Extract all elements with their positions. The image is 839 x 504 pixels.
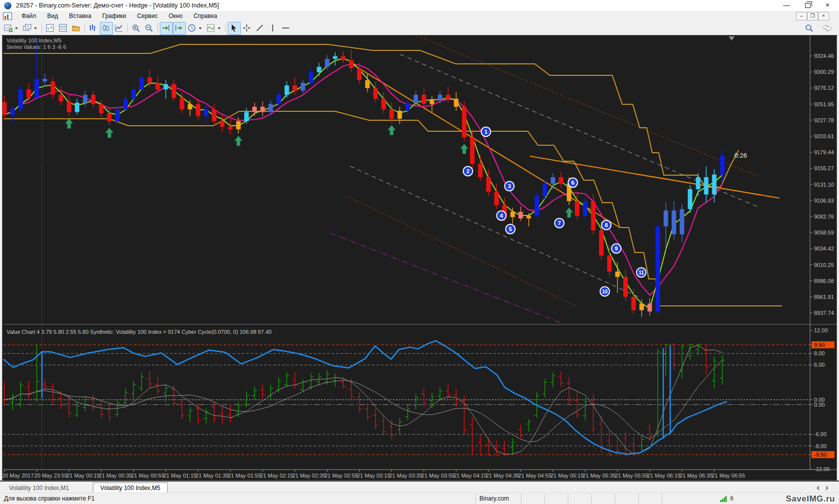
- toolbar-separator: [41, 23, 42, 32]
- candle: [91, 95, 95, 104]
- menu-item-вставка[interactable]: Вставка: [63, 11, 97, 20]
- timeframes-icon: [187, 23, 196, 32]
- candle: [333, 56, 338, 59]
- title-bar: 29257 - Binary.com-Server: Демо-счет - H…: [0, 0, 839, 11]
- price-tick-label: 9106.93: [814, 198, 834, 204]
- menu-item-графики[interactable]: Графики: [97, 11, 132, 20]
- cursor-button[interactable]: [228, 22, 241, 35]
- indicator-tick-label: 0.00: [814, 402, 825, 408]
- price-tick-label: 8961.91: [814, 294, 834, 300]
- tab-scroll-right[interactable]: [826, 486, 831, 491]
- new-chart-dropdown[interactable]: [14, 22, 19, 34]
- indicator-overlay: Value Chart 4 3.79 5.80 2.55 5.80 Synthe…: [6, 329, 272, 335]
- toolbar-separator: [225, 23, 226, 32]
- status-help-text: Для вызова справки нажмите F1: [4, 495, 94, 502]
- new-chart-button[interactable]: [2, 22, 15, 35]
- menu-item-сервис[interactable]: Сервис: [132, 11, 163, 20]
- time-tick-label: 21 May 00:15: [66, 473, 100, 479]
- bar-chart-icon: [88, 23, 97, 32]
- price-tick-label: 9203.61: [814, 133, 834, 139]
- candle: [421, 95, 426, 104]
- indicator-tick-label: -12.00: [814, 466, 830, 472]
- time-tick-label: 21 May 03:15: [357, 473, 391, 479]
- candle: [204, 109, 208, 116]
- data-window-icon: [58, 23, 67, 32]
- window-restore-button[interactable]: [799, 0, 816, 11]
- window-minimize-button[interactable]: —: [778, 0, 795, 11]
- candle-countdown: 0:26: [734, 152, 747, 159]
- chart-shift-button[interactable]: [173, 22, 186, 35]
- vertical-line-button[interactable]: [267, 22, 280, 35]
- indicators-button[interactable]: [205, 22, 218, 35]
- indicator-tick-label: -6.00: [814, 431, 827, 437]
- tab-scroll-left[interactable]: [814, 486, 819, 491]
- price-tick-label: 9276.12: [814, 85, 834, 91]
- price-tick-label: 9300.29: [814, 69, 834, 75]
- candle: [534, 196, 539, 216]
- time-tick-label: 21 May 03:55: [421, 473, 455, 479]
- zoom-in-button[interactable]: [130, 22, 143, 35]
- zoom-out-button[interactable]: [143, 22, 156, 35]
- price-tick-label: 9082.76: [814, 214, 834, 220]
- chart-shift-icon: [174, 23, 183, 32]
- timeframes-dropdown[interactable]: [198, 22, 203, 34]
- svg-text:10: 10: [602, 289, 608, 294]
- menu-item-окно[interactable]: Окно: [163, 11, 188, 20]
- indicators-dropdown[interactable]: [217, 22, 222, 34]
- mdi-minimize-button[interactable]: –: [796, 12, 807, 20]
- market-watch-button[interactable]: [44, 22, 57, 35]
- chat-button[interactable]: [821, 22, 834, 35]
- menu-item-вид[interactable]: Вид: [42, 11, 64, 20]
- toolbar: [0, 21, 839, 35]
- auto-scroll-icon: [161, 23, 170, 32]
- time-tick-label: 21 May 02:15: [260, 473, 294, 479]
- number-marker: 5: [506, 225, 515, 234]
- candle: [648, 303, 652, 311]
- horizontal-line-button[interactable]: [280, 22, 293, 35]
- candle: [26, 89, 31, 97]
- candle: [59, 95, 63, 101]
- price-tick-label: 9034.42: [814, 246, 834, 252]
- candle: [454, 99, 458, 107]
- candle: [639, 303, 644, 310]
- mdi-close-button[interactable]: ×: [818, 12, 829, 20]
- timeframes-button[interactable]: [186, 22, 199, 35]
- candlestick-chart-button[interactable]: [100, 22, 113, 35]
- navigator-button[interactable]: [70, 22, 83, 35]
- chart-canvas[interactable]: 12345678910110:269324.469300.299276.1292…: [2, 35, 837, 480]
- candle: [382, 99, 386, 109]
- chart-tab-inactive[interactable]: Volatility 100 Index,M1: [2, 483, 76, 493]
- line-chart-button[interactable]: [113, 22, 126, 35]
- connection-signal-icon: [720, 496, 729, 504]
- candle: [301, 83, 305, 91]
- window-close-button[interactable]: ×: [819, 0, 836, 11]
- candle: [656, 227, 660, 312]
- time-tick-label: 21 May 06:35: [680, 473, 713, 479]
- data-window-button[interactable]: [57, 22, 70, 35]
- candlestick-chart-icon: [101, 23, 110, 32]
- mdi-restore-button[interactable]: ❐: [807, 12, 818, 20]
- status-server: Binary.com: [479, 495, 509, 502]
- trendline-button[interactable]: [254, 22, 267, 35]
- chart-profiles-button[interactable]: [21, 22, 34, 35]
- time-tick-label: 21 May 02:55: [325, 473, 358, 479]
- candle: [18, 89, 23, 109]
- auto-scroll-button[interactable]: [160, 22, 173, 35]
- candle: [615, 271, 620, 277]
- bar-chart-button[interactable]: [87, 22, 100, 35]
- indicator-tick-label: -8.00: [814, 443, 827, 449]
- price-tick-label: 8937.74: [814, 310, 834, 316]
- chart-window[interactable]: 12345678910110:269324.469300.299276.1292…: [2, 35, 837, 481]
- chart-profiles-dropdown[interactable]: [33, 22, 38, 34]
- crosshair-button[interactable]: [241, 22, 254, 35]
- candle: [631, 297, 636, 310]
- time-tick-label: 21 May 00:55: [131, 473, 164, 479]
- candle: [365, 80, 370, 88]
- candle: [575, 201, 579, 216]
- zoom-out-icon: [144, 23, 153, 32]
- number-marker: 1: [481, 127, 491, 137]
- search-button[interactable]: [803, 22, 816, 35]
- menu-item-справка[interactable]: Справка: [188, 11, 223, 20]
- candle: [429, 100, 434, 104]
- menu-item-файл[interactable]: Файл: [16, 11, 42, 20]
